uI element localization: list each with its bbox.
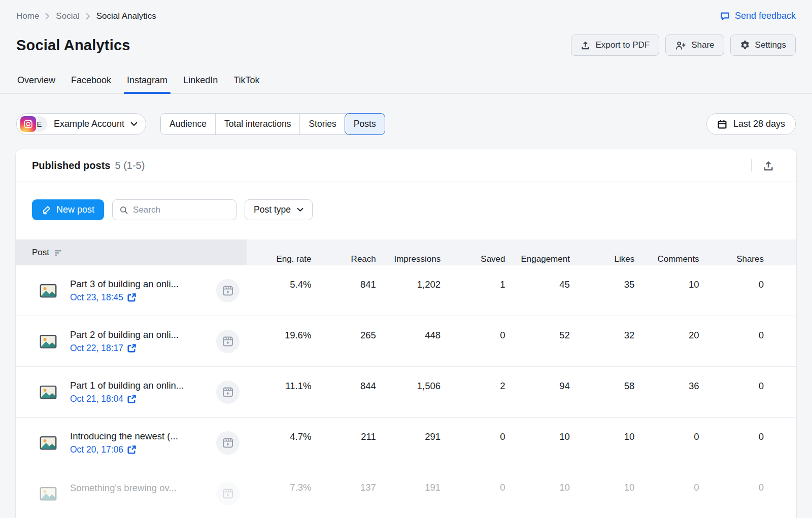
date-range-button[interactable]: Last 28 days (706, 113, 796, 135)
settings-button[interactable]: Settings (730, 34, 796, 56)
segment-posts[interactable]: Posts (345, 113, 385, 135)
post-cell: Introducing the newest (... Oct 20, 17:0… (16, 418, 247, 468)
calendar-icon (717, 119, 727, 129)
column-header-impressions[interactable]: Impressions (376, 239, 441, 265)
post-cell: Something's brewing ov... (16, 468, 247, 518)
post-date-link[interactable]: Oct 23, 18:45 (70, 292, 179, 303)
reach-value: 137 (311, 468, 376, 518)
eng-rate-value: 4.7% (247, 418, 311, 468)
engagement-value: 45 (505, 265, 570, 316)
column-header-post[interactable]: Post (16, 239, 247, 265)
reach-value: 265 (311, 316, 376, 366)
shares-value: 0 (699, 367, 764, 417)
post-date-link[interactable]: Oct 22, 18:17 (70, 343, 179, 354)
segment-total-interactions[interactable]: Total interactions (215, 114, 299, 134)
column-header-saved[interactable]: Saved (441, 239, 505, 265)
segment-audience[interactable]: Audience (161, 114, 215, 134)
shares-value: 0 (699, 418, 764, 468)
column-header-reach[interactable]: Reach (311, 239, 376, 265)
impressions-value: 191 (376, 468, 441, 518)
chevron-right-icon (86, 13, 90, 20)
post-type-dropdown[interactable]: Post type (245, 199, 313, 220)
share-button[interactable]: Share (665, 34, 724, 56)
column-header-comments[interactable]: Comments (634, 239, 699, 265)
column-header-engagement[interactable]: Engagement (505, 239, 570, 265)
likes-value: 32 (570, 316, 634, 366)
send-feedback-link[interactable]: Send feedback (720, 11, 796, 21)
reel-video-icon (216, 482, 240, 505)
post-date-link[interactable]: Oct 20, 17:06 (70, 444, 178, 455)
post-cell: Part 1 of building an onlin... Oct 21, 1… (16, 367, 247, 417)
post-thumbnail-image-icon (39, 281, 58, 300)
post-title: Introducing the newest (... (70, 431, 178, 442)
column-header-eng-rate[interactable]: Eng. rate (247, 239, 311, 265)
post-type-label: Post type (254, 204, 291, 215)
impressions-value: 1,202 (376, 265, 441, 316)
tab-facebook[interactable]: Facebook (70, 71, 112, 93)
sort-icon (54, 249, 62, 256)
eng-rate-value: 19.6% (247, 316, 311, 366)
saved-value: 0 (441, 418, 505, 468)
breadcrumb-home[interactable]: Home (16, 11, 39, 21)
post-text: Part 3 of building an onli... Oct 23, 18… (70, 279, 179, 303)
impressions-value: 291 (376, 418, 441, 468)
tab-instagram[interactable]: Instagram (126, 71, 168, 93)
post-date-link[interactable]: Oct 21, 18:04 (70, 394, 184, 404)
export-table-button[interactable] (763, 159, 780, 171)
breadcrumb-social[interactable]: Social (56, 11, 79, 21)
send-feedback-label: Send feedback (735, 11, 796, 21)
search-input[interactable] (133, 205, 229, 215)
new-post-button[interactable]: New post (32, 199, 104, 220)
segment-stories[interactable]: Stories (299, 114, 345, 134)
page-title: Social Analytics (16, 37, 130, 54)
reach-value: 211 (311, 418, 376, 468)
likes-value: 58 (570, 367, 634, 417)
post-text: Part 1 of building an onlin... Oct 21, 1… (70, 380, 184, 404)
account-selector[interactable]: E Example Account (16, 113, 146, 135)
engagement-value: 10 (505, 468, 570, 518)
post-title: Something's brewing ov... (70, 482, 177, 494)
column-header-likes[interactable]: Likes (570, 239, 634, 265)
likes-value: 10 (570, 468, 634, 518)
external-link-icon (127, 395, 136, 403)
tabs-bar: Overview Facebook Instagram LinkedIn Tik… (0, 71, 812, 94)
post-text: Part 2 of building an onli... Oct 22, 18… (70, 329, 179, 354)
export-to-pdf-button[interactable]: Export to PDF (571, 34, 659, 56)
reach-value: 841 (311, 265, 376, 316)
divider (751, 159, 752, 171)
card-title: Published posts (32, 160, 110, 171)
breadcrumb-current: Social Analytics (96, 11, 156, 21)
column-header-shares[interactable]: Shares (699, 239, 764, 265)
shares-value: 0 (699, 316, 764, 366)
tab-overview[interactable]: Overview (16, 71, 56, 93)
post-thumbnail-image-icon (39, 433, 58, 453)
reel-video-icon (216, 279, 240, 302)
account-name: Example Account (54, 119, 124, 129)
tab-linkedin[interactable]: LinkedIn (182, 71, 219, 93)
impressions-value: 448 (376, 316, 441, 366)
likes-value: 10 (570, 418, 634, 468)
table-row: Introducing the newest (... Oct 20, 17:0… (16, 418, 796, 468)
likes-value: 35 (570, 265, 634, 316)
post-date: Oct 21, 18:04 (70, 394, 123, 404)
post-date: Oct 20, 17:06 (70, 444, 123, 455)
new-post-label: New post (56, 204, 94, 215)
post-date: Oct 22, 18:17 (70, 343, 123, 354)
gear-icon (740, 40, 750, 50)
reach-value: 844 (311, 367, 376, 417)
title-row: Social Analytics Export to PDF Share Set… (0, 21, 812, 56)
chevron-right-icon (45, 13, 50, 20)
search-box (112, 199, 236, 220)
upload-icon (581, 41, 590, 50)
post-title: Part 2 of building an onli... (70, 329, 179, 340)
card-header: Published posts 5 (1-5) (16, 149, 796, 182)
topbar: Home Social Social Analytics Send feedba… (0, 0, 812, 21)
comments-value: 10 (634, 265, 699, 316)
chevron-down-icon (297, 208, 303, 212)
external-link-icon (127, 344, 136, 353)
reel-video-icon (216, 381, 240, 404)
external-link-icon (127, 293, 136, 302)
instagram-icon (20, 116, 36, 132)
share-label: Share (691, 40, 714, 50)
tab-tiktok[interactable]: TikTok (232, 71, 260, 93)
